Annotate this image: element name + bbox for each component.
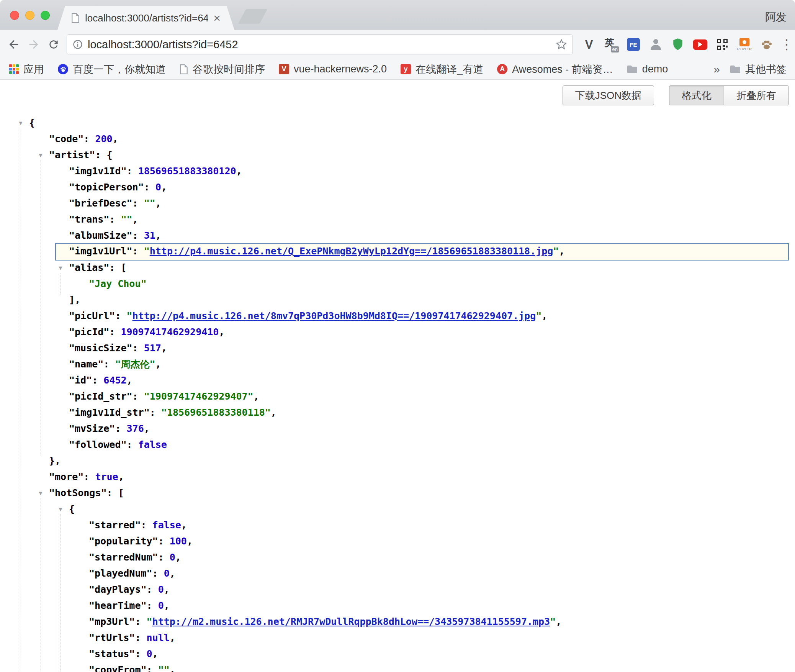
- url-text[interactable]: localhost:3000/artists?id=6452: [88, 38, 238, 51]
- back-button[interactable]: [4, 34, 24, 54]
- json-line: "starredNum": 0,: [0, 549, 795, 565]
- download-json-button[interactable]: 下载JSON数据: [563, 85, 654, 105]
- json-punctuation: :: [109, 262, 121, 273]
- json-punctuation: :: [135, 616, 146, 627]
- json-punctuation: :: [127, 439, 138, 450]
- collapse-toggle-icon[interactable]: ▼: [56, 260, 65, 276]
- json-line: "picUrl": "http://p4.music.126.net/8mv7q…: [0, 308, 795, 324]
- reload-button[interactable]: [44, 34, 64, 54]
- json-number: 0: [164, 568, 170, 579]
- json-line: "playedNum": 0,: [0, 565, 795, 582]
- browser-tab[interactable]: localhost:3000/artists?id=645 ×: [57, 6, 234, 30]
- json-punctuation: ,: [254, 391, 259, 402]
- browser-menu-icon[interactable]: ⋮: [780, 38, 793, 51]
- json-key: "img1v1Url": [69, 246, 132, 257]
- baidu-icon: [58, 64, 68, 74]
- json-punctuation: ,: [127, 375, 132, 386]
- player-extension-icon[interactable]: PLAYER: [737, 36, 752, 53]
- json-string: "": [121, 214, 132, 225]
- view-mode-button-group: 格式化 折叠所有: [669, 85, 789, 105]
- profile-name[interactable]: 阿发: [765, 10, 787, 25]
- youtube-extension-icon[interactable]: [692, 36, 708, 53]
- json-punctuation: :: [152, 568, 164, 579]
- close-window-button[interactable]: [10, 11, 19, 20]
- bookmarks-overflow-chevron[interactable]: »: [713, 63, 720, 76]
- paw-extension-icon[interactable]: [759, 36, 774, 53]
- bookmark-label: 应用: [23, 62, 44, 76]
- json-punctuation: ,: [113, 133, 118, 144]
- json-punctuation: {: [69, 503, 75, 515]
- person-head-shape: [653, 39, 658, 44]
- bookmark-item-demo[interactable]: demo: [627, 63, 668, 75]
- json-key: "mvSize": [69, 423, 115, 434]
- bookmark-star-icon[interactable]: [556, 39, 567, 50]
- json-url-link[interactable]: http://p4.music.126.net/Q_ExePNkmgB2yWyL…: [150, 246, 553, 257]
- bookmark-item-apps[interactable]: 应用: [9, 62, 44, 76]
- json-punctuation: {: [29, 117, 35, 128]
- minimize-window-button[interactable]: [25, 11, 34, 20]
- bookmark-item-awesomes[interactable]: A Awesomes - 前端资…: [497, 62, 613, 76]
- new-tab-button[interactable]: [238, 9, 267, 24]
- json-punctuation: ,: [155, 359, 161, 370]
- collapse-toggle-icon[interactable]: ▼: [16, 115, 25, 131]
- qrcode-extension-icon[interactable]: [715, 36, 730, 53]
- bookmark-item-vue-hackernews[interactable]: V vue-hackernews-2.0: [279, 63, 387, 75]
- forward-button[interactable]: [24, 34, 44, 54]
- other-bookmarks-folder[interactable]: 其他书签: [730, 62, 787, 76]
- vimium-extension-icon[interactable]: V: [581, 36, 597, 53]
- json-number: 0: [158, 584, 164, 595]
- json-punctuation: :: [158, 536, 170, 547]
- address-bar[interactable]: localhost:3000/artists?id=6452: [67, 34, 573, 54]
- json-number: 200: [95, 133, 112, 144]
- format-button[interactable]: 格式化: [669, 85, 724, 105]
- json-line: "id": 6452,: [0, 372, 795, 388]
- json-key: "popularity": [89, 536, 158, 547]
- bookmark-item-google-sort[interactable]: 谷歌按时间排序: [180, 62, 265, 76]
- json-line: "Jay Chou": [0, 276, 795, 292]
- json-punctuation: :: [132, 391, 144, 402]
- bookmark-item-baidu[interactable]: 百度一下，你就知道: [58, 62, 166, 76]
- json-line: "dayPlays": 0,: [0, 582, 795, 598]
- profile-extension-icon[interactable]: [648, 36, 663, 53]
- navigation-bar: localhost:3000/artists?id=6452 V 英 en FE: [0, 30, 795, 59]
- json-punctuation: ,: [170, 632, 175, 643]
- json-key: "dayPlays": [89, 584, 147, 595]
- youtube-badge: [693, 39, 707, 50]
- shield-extension-icon[interactable]: [670, 36, 685, 53]
- json-url-link[interactable]: http://m2.music.126.net/RMJR7wDullRqppBk…: [152, 616, 550, 627]
- translate-extension-icon[interactable]: 英 en: [604, 36, 619, 53]
- json-key: "hearTime": [89, 600, 147, 611]
- bookmarks-bar: 应用 百度一下，你就知道 谷歌按时间排序 V vue-hackernews-2.…: [0, 59, 795, 80]
- json-url-link[interactable]: http://p4.music.126.net/8mv7qP30Pd3oHW8b…: [132, 310, 536, 321]
- json-line: "rtUrls": null,: [0, 630, 795, 646]
- json-number: 517: [144, 343, 161, 354]
- json-punctuation: :: [141, 520, 152, 531]
- json-punctuation: ,: [144, 423, 150, 434]
- json-line: "trans": "",: [0, 211, 795, 228]
- json-line: ▼{: [0, 115, 795, 131]
- json-punctuation: ],: [69, 294, 80, 305]
- json-punctuation: ,: [118, 471, 124, 482]
- json-line: "code": 200,: [0, 131, 795, 147]
- json-punctuation: :: [103, 359, 115, 370]
- collapse-toggle-icon[interactable]: ▼: [36, 485, 45, 501]
- json-number: 6452: [103, 375, 126, 386]
- json-punctuation: :: [107, 487, 118, 498]
- zoom-window-button[interactable]: [41, 11, 50, 20]
- json-string-quote: ": [144, 246, 150, 257]
- page-info-icon[interactable]: [72, 39, 83, 50]
- json-key: "starred": [89, 520, 141, 531]
- collapse-toggle-icon[interactable]: ▼: [36, 147, 45, 163]
- json-key: "starredNum": [89, 552, 158, 563]
- json-line: "picId": 19097417462929410,: [0, 324, 795, 340]
- collapse-all-button[interactable]: 折叠所有: [724, 85, 789, 105]
- awesomes-icon: A: [497, 64, 507, 74]
- browser-window: localhost:3000/artists?id=645 × 阿发 local…: [0, 0, 795, 672]
- bookmark-item-youdao[interactable]: y 在线翻译_有道: [401, 62, 483, 76]
- vue-icon: V: [279, 64, 289, 74]
- tab-close-icon[interactable]: ×: [213, 12, 221, 24]
- fe-extension-icon[interactable]: FE: [626, 36, 641, 53]
- collapse-toggle-icon[interactable]: ▼: [56, 501, 65, 517]
- page-icon: [180, 64, 188, 74]
- json-punctuation: :: [95, 149, 106, 161]
